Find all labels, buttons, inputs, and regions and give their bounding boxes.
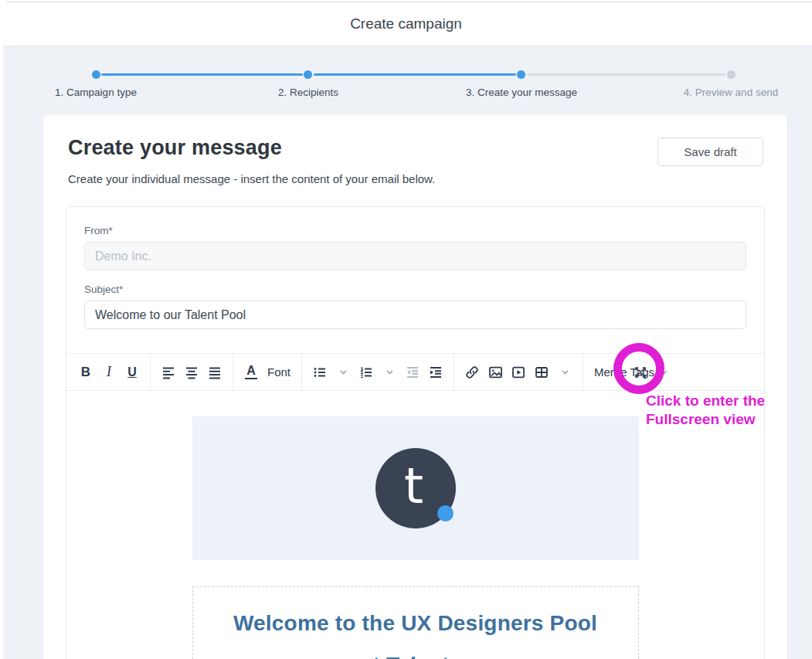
italic-button[interactable]: I (97, 359, 121, 386)
email-heading-line1: Welcome to the UX Designers Pool (206, 610, 626, 637)
chevron-down-icon (386, 370, 393, 375)
annotation-line2: Fullscreen view (646, 410, 765, 429)
toolbar-divider (301, 354, 302, 390)
video-icon (511, 365, 525, 379)
step-connector-line (527, 73, 725, 76)
chevron-down-icon (340, 370, 347, 375)
align-left-button[interactable] (157, 359, 180, 386)
chevron-down-icon (661, 370, 668, 375)
indent-button[interactable] (424, 359, 447, 386)
table-options-button[interactable] (553, 359, 576, 386)
bullet-list-button[interactable] (308, 359, 331, 386)
image-icon (488, 365, 503, 379)
link-icon (465, 365, 479, 379)
annotation-label: Click to enter the Fullscreen view (646, 392, 765, 429)
email-fields: From* Subject* (66, 207, 764, 353)
subject-label: Subject* (84, 284, 746, 295)
align-justify-button[interactable] (203, 359, 226, 386)
email-body-editor[interactable]: t Welcome to the UX Designers Pool at Ta… (66, 391, 764, 659)
align-center-icon (185, 365, 199, 379)
insert-video-button[interactable] (507, 359, 530, 386)
bullet-list-options-button[interactable] (331, 359, 355, 386)
outdent-icon (406, 365, 420, 379)
message-editor-container: From* Subject* B I U A (66, 206, 765, 659)
numbered-list-options-button[interactable] (378, 359, 401, 386)
subject-field-group: Subject* (84, 284, 746, 329)
numbered-list-button[interactable] (355, 359, 378, 386)
step-dot-icon (92, 70, 100, 79)
toolbar-divider (233, 354, 233, 390)
from-field-group: From* (84, 225, 746, 270)
indent-icon (429, 365, 443, 379)
email-header-banner: t (192, 416, 639, 560)
step-dot-icon (517, 70, 525, 79)
toolbar-divider (150, 354, 151, 390)
align-left-icon (161, 365, 175, 379)
align-justify-icon (208, 365, 222, 379)
window-left-edge (0, 0, 3, 659)
text-color-button[interactable]: A (240, 359, 263, 386)
app-header: Create campaign (0, 2, 812, 46)
panel-title: Create your message (68, 136, 282, 160)
step-create-your-message[interactable]: 3. Create your message (466, 87, 577, 98)
subject-input[interactable] (84, 301, 746, 329)
insert-table-button[interactable] (530, 359, 553, 386)
align-center-button[interactable] (180, 359, 203, 386)
font-family-label: Font (264, 365, 294, 379)
step-dot-icon (304, 70, 312, 79)
page-title: Create campaign (350, 15, 462, 32)
step-dot-icon (727, 70, 736, 79)
font-family-button[interactable]: Font (263, 359, 295, 386)
campaign-stepper: 1. Campaign type 2. Recipients 3. Create… (42, 68, 788, 107)
toolbar-divider (454, 354, 454, 390)
fullscreen-button[interactable] (629, 359, 652, 386)
chevron-down-icon (562, 370, 569, 375)
bullet-list-icon (313, 365, 327, 379)
from-label: From* (84, 225, 746, 236)
outdent-button[interactable] (401, 359, 424, 386)
create-message-panel: Create your message Save draft Create yo… (42, 114, 788, 659)
numbered-list-icon (359, 365, 373, 379)
fullscreen-icon (634, 365, 647, 379)
panel-subtitle: Create your individual message - insert … (68, 172, 435, 185)
bold-button[interactable]: B (74, 359, 97, 386)
table-icon (535, 365, 549, 379)
step-preview-and-send: 4. Preview and send (684, 87, 778, 98)
email-heading-line2: at Talentry (206, 652, 626, 659)
step-connector-line (101, 73, 303, 76)
save-draft-button[interactable]: Save draft (657, 138, 763, 166)
annotation-line1: Click to enter the (646, 392, 765, 410)
insert-link-button[interactable] (460, 359, 484, 386)
richtext-toolbar: B I U A Font (66, 353, 764, 391)
email-content-block: Welcome to the UX Designers Pool at Tale… (192, 586, 639, 659)
step-recipients[interactable]: 2. Recipients (278, 87, 338, 98)
talentry-logo-icon: t (375, 448, 456, 528)
underline-button[interactable]: U (121, 359, 144, 386)
logo-dot-icon (437, 505, 454, 521)
text-color-icon: A (245, 365, 257, 379)
window-top-border (6, 2, 812, 2)
step-campaign-type[interactable]: 1. Campaign type (55, 87, 137, 98)
insert-image-button[interactable] (484, 359, 507, 386)
step-connector-line (314, 73, 516, 76)
from-input[interactable] (84, 242, 746, 270)
toolbar-divider (583, 354, 583, 390)
